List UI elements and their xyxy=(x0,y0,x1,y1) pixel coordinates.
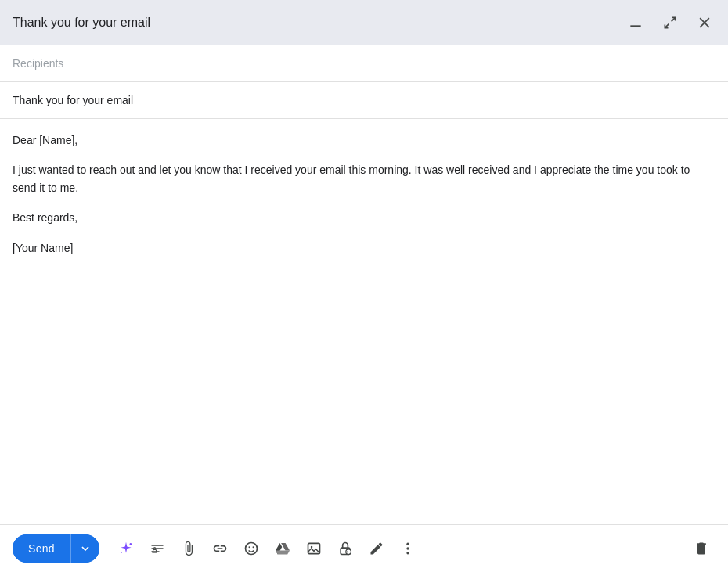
compose-window: Thank you for your email xyxy=(0,0,728,572)
image-icon xyxy=(306,541,322,556)
close-icon xyxy=(697,15,712,31)
insert-image-button[interactable] xyxy=(300,534,328,563)
send-dropdown-button[interactable] xyxy=(70,534,99,563)
format-text-button[interactable]: A xyxy=(143,534,171,563)
signature-icon xyxy=(369,541,384,556)
svg-text:!: ! xyxy=(347,550,348,555)
chevron-down-icon xyxy=(79,542,92,555)
more-options-button[interactable] xyxy=(394,534,422,563)
link-icon xyxy=(212,541,228,556)
send-button-group: Send xyxy=(13,534,99,563)
svg-point-13 xyxy=(311,546,313,549)
subject-row[interactable]: Thank you for your email xyxy=(0,82,728,119)
sparkle-icon xyxy=(118,540,134,557)
minimize-button[interactable] xyxy=(625,12,647,34)
drive-icon xyxy=(275,541,290,556)
email-signature: [Your Name] xyxy=(13,239,715,257)
svg-point-10 xyxy=(248,546,250,548)
delete-draft-button[interactable] xyxy=(687,534,715,563)
more-vert-icon xyxy=(400,541,416,556)
lock-icon: ! xyxy=(337,540,353,557)
email-body[interactable]: Dear [Name], I just wanted to reach out … xyxy=(0,119,728,524)
title-controls xyxy=(625,12,715,34)
ai-assist-button[interactable] xyxy=(112,534,140,563)
insert-drive-button[interactable] xyxy=(268,534,297,563)
close-button[interactable] xyxy=(694,12,715,34)
svg-point-9 xyxy=(245,543,257,555)
attach-button[interactable] xyxy=(175,534,203,563)
email-closing: Best regards, xyxy=(13,209,715,226)
subject-field: Thank you for your email xyxy=(13,94,133,106)
minimize-icon xyxy=(628,15,643,31)
insert-link-button[interactable] xyxy=(206,534,234,563)
svg-point-18 xyxy=(406,547,409,549)
email-greeting: Dear [Name], xyxy=(13,131,715,149)
trash-icon xyxy=(694,541,709,556)
email-paragraph1: I just wanted to reach out and let you k… xyxy=(13,161,715,196)
recipients-row[interactable]: Recipients xyxy=(0,45,728,82)
insert-emoji-button[interactable] xyxy=(237,534,265,563)
svg-point-6 xyxy=(121,552,122,553)
compose-title: Thank you for your email xyxy=(13,16,150,30)
expand-button[interactable] xyxy=(659,12,681,34)
svg-rect-12 xyxy=(308,543,319,553)
svg-point-19 xyxy=(406,552,409,554)
confidential-button[interactable]: ! xyxy=(331,534,359,563)
attach-icon xyxy=(181,541,196,556)
format-text-icon: A xyxy=(150,541,165,556)
expand-icon xyxy=(662,15,678,31)
svg-point-5 xyxy=(129,543,132,545)
signature-button[interactable] xyxy=(362,534,391,563)
emoji-icon xyxy=(243,541,259,556)
send-button[interactable]: Send xyxy=(13,534,70,563)
title-bar: Thank you for your email xyxy=(0,0,728,45)
recipients-placeholder: Recipients xyxy=(13,57,63,70)
compose-toolbar: Send A xyxy=(0,524,728,572)
svg-point-17 xyxy=(406,543,409,545)
svg-point-11 xyxy=(252,546,254,548)
